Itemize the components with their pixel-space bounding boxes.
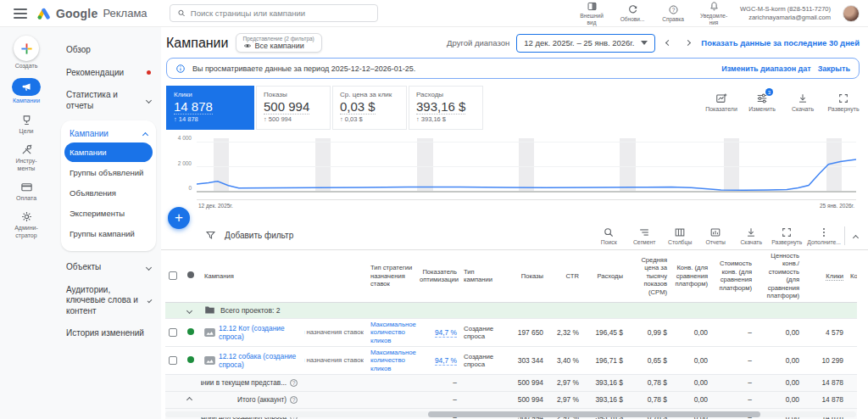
collapse-group-chevron[interactable] <box>186 308 192 314</box>
date-range-select[interactable]: 12 дек. 2025г. – 25 янв. 2026г. <box>516 34 655 53</box>
toolbar-more-button[interactable]: Дополните... <box>807 226 841 245</box>
campaign-name-link[interactable]: 12.12 Кот (создание спроса) <box>219 324 298 341</box>
metric-card-1[interactable]: Клики14 878↑ 14 878 <box>166 86 254 130</box>
range-label: Другой диапазон <box>447 38 509 47</box>
help-tooltip-icon[interactable]: ? <box>290 396 298 404</box>
sidebar-item-insights[interactable]: Статистика и отчеты <box>61 84 156 117</box>
column-header-ctype[interactable]: Тип кампании <box>460 250 499 302</box>
mini-nav-admin[interactable]: Админи-стратор <box>14 210 38 239</box>
bid-strategy-type-link[interactable]: Максимальное количество кликов <box>370 349 413 372</box>
row-checkbox[interactable] <box>169 328 177 337</box>
scrollbar-thumb[interactable] <box>428 411 760 417</box>
metric-card-2[interactable]: Показы500 994↑ 500 994 <box>256 86 331 130</box>
sidebar-item-recommendations[interactable]: Рекомендации <box>61 62 156 85</box>
column-header-conv[interactable]: Конв. (для сравнения платформ) <box>670 250 711 302</box>
status-enabled-dot[interactable] <box>187 356 194 363</box>
column-header-cost[interactable]: Расходы <box>582 250 626 302</box>
column-header-cpm[interactable]: Средняя цена за тысячу показов (CPM) <box>626 250 670 302</box>
metric-delta: ↑ 393,16 $ <box>416 115 476 123</box>
collapse-account-chevron[interactable] <box>186 397 192 403</box>
help-button[interactable]: ? Справка <box>659 4 687 22</box>
sidebar-item-overview[interactable]: Обзор <box>61 39 156 62</box>
optimization-score-link[interactable]: 94,7 % <box>435 356 457 366</box>
column-header-ctr[interactable]: CTR <box>547 250 582 302</box>
bid-strategy-cell[interactable]: стратегии назначения ставок <box>304 328 364 336</box>
collapse-table-button[interactable] <box>849 225 863 247</box>
bid-strategy-type-link[interactable]: Максимальное количество кликов <box>370 321 413 344</box>
refresh-button[interactable]: Обнови... <box>618 4 647 22</box>
sidebar-item-ads[interactable]: Объявления <box>64 183 153 203</box>
account-info[interactable]: WGC-M-S-korm (828-511-7270) zarichnayama… <box>740 5 831 22</box>
change-date-range-link[interactable]: Изменить диапазон дат <box>721 64 810 73</box>
row-checkbox[interactable] <box>169 356 177 365</box>
toolbar-segment-button[interactable]: Сегмент <box>629 226 659 245</box>
edit-button[interactable]: 3Изменить <box>746 92 778 112</box>
mini-nav-billing[interactable]: Оплата <box>16 181 36 202</box>
expand-button[interactable]: Развернуть <box>827 92 860 112</box>
metric-label: Расходы <box>416 91 476 98</box>
help-icon: ? <box>668 4 679 15</box>
metric-label: Клики <box>174 91 247 98</box>
menu-icon[interactable] <box>14 8 27 19</box>
view-chip-caption: Представление (2 фильтра) <box>243 36 314 42</box>
toolbar-search-button[interactable]: Поиск <box>593 226 624 245</box>
mini-nav-campaigns[interactable]: Кампании <box>12 78 41 104</box>
metric-card-4[interactable]: Расходы393,16 $↑ 393,16 $ <box>409 86 483 130</box>
mini-nav-goals[interactable]: Цели <box>19 114 34 135</box>
sidebar-item-campaign-groups[interactable]: Группы кампаний <box>64 224 153 243</box>
optimization-score-link[interactable]: 94,7 % <box>435 328 457 338</box>
sidebar-item-ad-groups[interactable]: Группы объявлений <box>64 163 153 182</box>
sidebar-item-audiences[interactable]: Аудитории, ключевые слова и контент <box>61 279 156 323</box>
sidebar-item-assets[interactable]: Объекты <box>61 256 156 279</box>
metric-card-3[interactable]: Ср. цена за клик0,03 $↑ 0,03 $ <box>332 86 407 130</box>
create-button[interactable] <box>14 36 39 61</box>
toolbar-reports-button[interactable]: Отчеты <box>700 226 731 245</box>
new-campaign-fab[interactable]: + <box>168 207 190 229</box>
column-header-conv_value[interactable]: Ценность конв./ стоимость (для сравнения… <box>755 250 803 302</box>
mini-nav-tools[interactable]: Инстру-менты <box>15 143 36 172</box>
mini-nav-create[interactable]: Создать <box>14 36 39 70</box>
logo-product-text: Реклама <box>103 7 147 20</box>
global-search-input[interactable] <box>191 8 370 18</box>
column-header-name[interactable]: Кампания <box>201 250 301 302</box>
next-range-button[interactable] <box>682 39 694 47</box>
download-button[interactable]: Скачать <box>787 92 819 112</box>
horizontal-scrollbar[interactable] <box>165 411 856 417</box>
sidebar-item-experiments[interactable]: Эксперименты <box>64 204 153 223</box>
reports-icon <box>709 226 721 238</box>
metrics-button[interactable]: Показатели <box>705 92 737 112</box>
view-chip[interactable]: Представление (2 фильтра) Все кампании <box>236 33 322 53</box>
show-last-30-days-link[interactable]: Показать данные за последние 30 дней <box>701 38 860 47</box>
sidebar-item-change-history[interactable]: История изменений <box>61 322 156 345</box>
global-search[interactable] <box>170 4 378 22</box>
help-tooltip-icon[interactable]: ? <box>290 379 298 387</box>
appearance-button[interactable]: Внешнийвид <box>577 1 606 25</box>
bid-strategy-cell[interactable]: стратегии назначения ставок <box>304 356 364 364</box>
toolbar-columns-button[interactable]: Столбцы <box>665 226 695 245</box>
close-banner-link[interactable]: Закрыть <box>818 64 850 73</box>
column-header-clicks[interactable]: Клики <box>803 250 847 302</box>
column-header-opt[interactable]: Показатель оптимизации <box>416 250 460 302</box>
dropdown-caret-icon <box>641 41 648 45</box>
toolbar-expand-button[interactable]: Развернуть <box>771 226 802 245</box>
campaign-name-link[interactable]: 12.12 собака (создание спроса) <box>219 352 298 369</box>
prev-range-button[interactable] <box>662 39 675 47</box>
toolbar-download-button[interactable]: Скачать <box>736 226 766 245</box>
total-label: Итого (все кампании в текущем представ..… <box>201 379 287 387</box>
metric-cards: Клики14 878↑ 14 878Показы500 994↑ 500 99… <box>166 86 483 130</box>
sidebar-item-campaigns[interactable]: Кампании <box>64 142 153 162</box>
column-header-cost_conv[interactable]: Стоимость конв. (для сравнения платформ) <box>711 250 755 302</box>
info-icon <box>175 64 186 74</box>
column-header-bid_type[interactable]: Тип стратегии назначения ставок <box>367 250 416 302</box>
column-header-status[interactable] <box>184 250 201 302</box>
column-header-partial[interactable]: Конв. <box>847 250 857 302</box>
column-header-impr[interactable]: Показы <box>499 250 547 302</box>
select-all-checkbox[interactable] <box>169 271 177 280</box>
add-filter-button[interactable]: Добавить фильтр <box>205 230 293 241</box>
column-header-check[interactable] <box>165 250 184 302</box>
notifications-button[interactable]: Уведомле-ния <box>699 1 728 25</box>
sidebar-group-campaigns[interactable]: Кампании <box>64 126 153 142</box>
status-enabled-dot[interactable] <box>187 328 194 335</box>
avatar[interactable] <box>843 5 860 22</box>
chart-plot-area[interactable] <box>197 138 856 193</box>
